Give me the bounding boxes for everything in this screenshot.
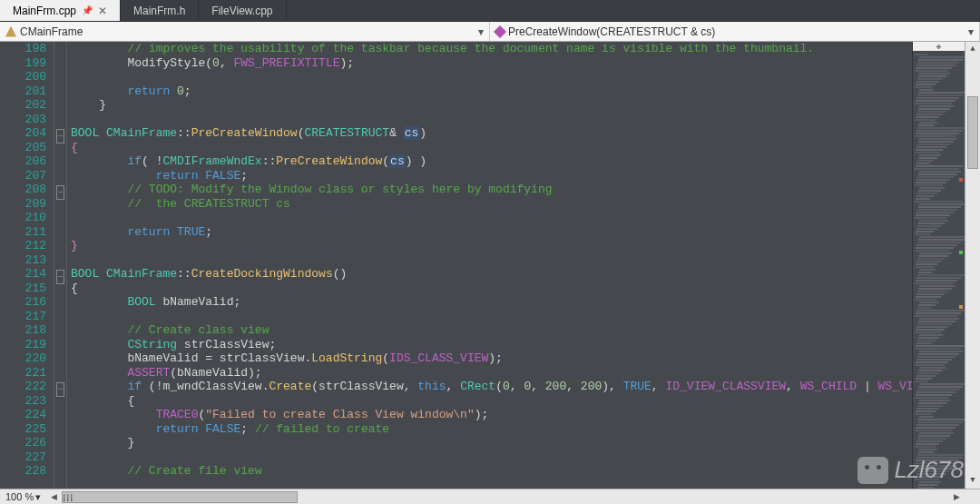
code-line[interactable] [71, 211, 912, 225]
fold-cell[interactable] [54, 225, 66, 240]
method-icon [494, 25, 506, 37]
minimap-move-icon[interactable]: ✥ [913, 42, 965, 51]
bottom-bar: 100 % ▾ ◀ ⁞⁞⁞ ▶ [0, 489, 980, 504]
code-line[interactable]: } [71, 436, 912, 450]
code-line[interactable]: ASSERT(bNameValid); [71, 366, 912, 380]
scrollbar-thumb[interactable] [967, 96, 978, 169]
code-line[interactable] [71, 450, 912, 465]
fold-cell[interactable] [54, 113, 66, 127]
chevron-down-icon: ▾ [478, 25, 484, 38]
fold-column[interactable]: −−−− [54, 42, 67, 489]
fold-cell[interactable] [54, 98, 66, 113]
class-selector[interactable]: CMainFrame ▾ [0, 22, 490, 41]
code-area[interactable]: // improves the usability of the taskbar… [67, 42, 912, 489]
scroll-right-arrow[interactable]: ▶ [949, 490, 965, 504]
zoom-value: 100 % [5, 491, 34, 503]
code-line[interactable]: TRACE0("Failed to create Class View wind… [71, 408, 912, 422]
code-line[interactable] [71, 310, 912, 324]
fold-cell[interactable] [54, 394, 66, 409]
code-editor[interactable]: 1981992002012022032042052062072082092102… [0, 42, 980, 489]
code-line[interactable]: // TODO: Modify the Window class or styl… [71, 183, 912, 197]
scrollbar-track[interactable]: ⁞⁞⁞ [62, 490, 949, 504]
line-number: 217 [0, 310, 46, 324]
code-line[interactable]: // the CREATESTRUCT cs [71, 197, 912, 212]
fold-cell[interactable] [54, 295, 66, 310]
code-line[interactable]: ModifyStyle(0, FWS_PREFIXTITLE); [71, 56, 912, 71]
fold-cell[interactable]: − [54, 183, 66, 197]
code-line[interactable]: } [71, 239, 912, 253]
fold-cell[interactable] [54, 56, 66, 71]
code-line[interactable]: return 0; [71, 84, 912, 99]
line-number: 210 [0, 211, 46, 225]
fold-cell[interactable] [54, 450, 66, 465]
code-line[interactable]: { [71, 394, 912, 409]
fold-cell[interactable] [54, 408, 66, 422]
code-line[interactable]: { [71, 282, 912, 296]
horizontal-scrollbar[interactable]: ◀ ⁞⁞⁞ ▶ [46, 490, 965, 504]
code-line[interactable]: CString strClassView; [71, 338, 912, 352]
fold-cell[interactable]: − [54, 380, 66, 394]
fold-cell[interactable] [54, 422, 66, 437]
scrollbar-thumb[interactable]: ⁞⁞⁞ [62, 491, 298, 503]
code-line[interactable]: bNameValid = strClassView.LoadString(IDS… [71, 351, 912, 366]
vertical-scrollbar[interactable]: ▲ ▼ [965, 42, 980, 489]
fold-cell[interactable] [54, 282, 66, 296]
tab-mainfrm-h[interactable]: MainFrm.h [121, 0, 199, 21]
fold-cell[interactable] [54, 436, 66, 450]
code-line[interactable]: { [71, 141, 912, 155]
fold-cell[interactable] [54, 169, 66, 183]
code-line[interactable]: BOOL CMainFrame::CreateDockingWindows() [71, 267, 912, 282]
watermark-text: Lzl678 [894, 456, 964, 484]
close-icon[interactable]: ✕ [98, 5, 107, 17]
code-line[interactable]: // Create class view [71, 323, 912, 338]
tab-fileview-cpp[interactable]: FileView.cpp [199, 0, 286, 21]
line-number: 220 [0, 351, 46, 366]
fold-cell[interactable] [54, 310, 66, 324]
line-number: 215 [0, 282, 46, 296]
code-line[interactable]: // improves the usability of the taskbar… [71, 42, 912, 56]
fold-cell[interactable] [54, 211, 66, 225]
fold-cell[interactable]: − [54, 126, 66, 141]
fold-cell[interactable] [54, 154, 66, 169]
code-line[interactable]: if( !CMDIFrameWndEx::PreCreateWindow(cs)… [71, 154, 912, 169]
fold-cell[interactable] [54, 323, 66, 338]
code-line[interactable]: // Create file view [71, 464, 912, 479]
member-selector[interactable]: PreCreateWindow(CREATESTRUCT & cs) ▾ [490, 22, 980, 41]
fold-cell[interactable] [54, 197, 66, 212]
document-tabs: MainFrm.cpp 📌 ✕ MainFrm.h FileView.cpp [0, 0, 980, 22]
scroll-left-arrow[interactable]: ◀ [46, 490, 62, 504]
fold-cell[interactable] [54, 338, 66, 352]
tab-mainfrm-cpp[interactable]: MainFrm.cpp 📌 ✕ [0, 0, 121, 21]
scroll-down-arrow[interactable]: ▼ [965, 473, 980, 489]
code-line[interactable]: return FALSE; [71, 169, 912, 183]
code-line[interactable]: return TRUE; [71, 225, 912, 240]
code-line[interactable]: } [71, 98, 912, 113]
fold-cell[interactable] [54, 239, 66, 253]
fold-cell[interactable] [54, 253, 66, 268]
code-line[interactable]: BOOL CMainFrame::PreCreateWindow(CREATES… [71, 126, 912, 141]
code-line[interactable] [71, 253, 912, 268]
fold-cell[interactable]: − [54, 267, 66, 282]
line-number: 202 [0, 98, 46, 113]
fold-cell[interactable] [54, 42, 66, 56]
fold-cell[interactable] [54, 70, 66, 84]
minimap[interactable]: ✥ [912, 42, 965, 489]
minimap-marker [959, 305, 963, 309]
code-line[interactable]: if (!m_wndClassView.Create(strClassView,… [71, 380, 912, 394]
fold-cell[interactable] [54, 366, 66, 380]
fold-cell[interactable] [54, 464, 66, 479]
scroll-up-arrow[interactable]: ▲ [965, 42, 980, 57]
code-line[interactable]: BOOL bNameValid; [71, 295, 912, 310]
zoom-selector[interactable]: 100 % ▾ [0, 491, 46, 503]
pin-icon[interactable]: 📌 [82, 5, 93, 15]
fold-cell[interactable] [54, 141, 66, 155]
fold-cell[interactable] [54, 84, 66, 99]
line-number: 216 [0, 295, 46, 310]
line-number: 208 [0, 183, 46, 197]
code-line[interactable] [71, 113, 912, 127]
code-line[interactable] [71, 70, 912, 84]
line-number: 207 [0, 169, 46, 183]
tab-label: FileView.cpp [211, 5, 272, 17]
code-line[interactable]: return FALSE; // failed to create [71, 422, 912, 437]
fold-cell[interactable] [54, 351, 66, 366]
